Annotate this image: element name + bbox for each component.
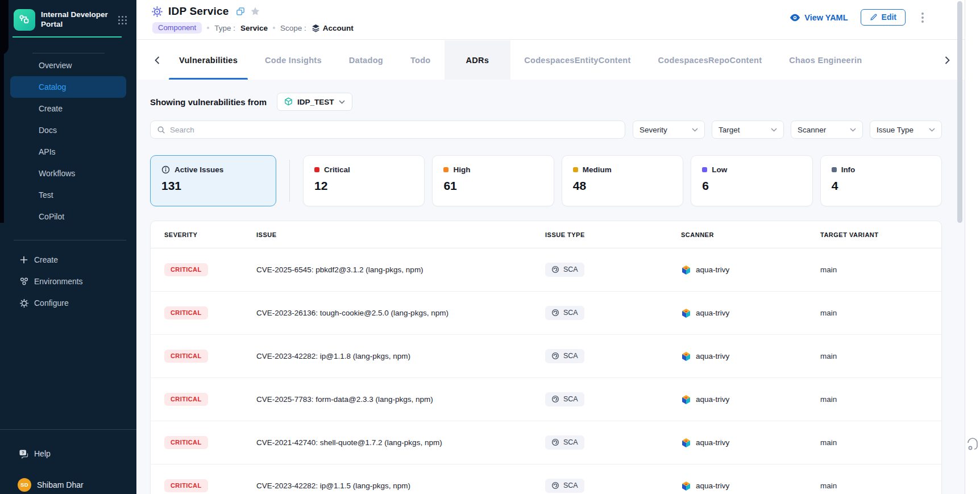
issue-type-badge: SCA [545,435,584,450]
tab-codespaces-entity-content[interactable]: CodespacesEntityContent [510,40,644,80]
type-field: Type : [214,24,235,32]
cube-icon [284,97,293,106]
showing-label: Showing vulnerabilities from [150,97,267,107]
col-target-variant: TARGET VARIANT [820,231,928,238]
sca-icon [551,352,559,360]
workflow-logo-icon [18,14,31,26]
table-row[interactable]: CRITICAL CVE-2023-42282: ip@1.1.8 (lang-… [151,335,941,378]
trivy-icon [681,351,691,362]
info-dot [832,167,837,172]
vulnerabilities-table: SEVERITY ISSUE ISSUE TYPE SCANNER TARGET… [150,221,942,494]
scanner-cell: aqua-trivy [681,265,820,275]
filter-scanner[interactable]: Scanner [791,121,863,139]
filter-target[interactable]: Target [712,121,784,139]
stat-value: 4 [832,179,931,193]
search-input[interactable] [170,126,618,134]
tab-codespaces-repo-content[interactable]: CodespacesRepoContent [645,40,776,80]
table-row[interactable]: CRITICAL CVE-2025-7783: form-data@2.3.3 … [151,378,941,421]
issue-type-badge: SCA [545,392,584,406]
stat-card-active-issues[interactable]: Active Issues 131 [150,155,276,206]
sidebar-environments-button[interactable]: Environments [0,271,136,292]
user-menu[interactable]: SD Shibam Dhar [0,475,136,494]
sidebar-item-docs[interactable]: Docs [10,119,126,141]
sidebar-item-apis[interactable]: APIs [10,141,126,163]
app-switcher-icon[interactable] [117,14,128,26]
tab-code-insights[interactable]: Code Insights [251,40,335,80]
tabs-scroll-left-icon[interactable] [149,53,165,68]
type-value: Service [240,24,268,32]
stat-card-medium[interactable]: Medium 48 [562,155,683,206]
sidebar-create-button[interactable]: Create [0,249,136,271]
target-variant-cell: main [820,481,928,490]
critical-dot [314,167,319,172]
chevron-down-icon [339,100,345,104]
scanner-cell: aqua-trivy [681,481,820,491]
col-severity: SEVERITY [164,231,256,238]
target-variant-cell: main [820,438,928,447]
table-row[interactable]: CRITICAL CVE-2025-6545: pbkdf2@3.1.2 (la… [151,248,941,292]
svg-text:?: ? [22,450,24,455]
filter-issue-type[interactable]: Issue Type [870,121,942,139]
tab-chaos-engineering[interactable]: Chaos Engineerin [775,40,875,80]
support-widget-icon[interactable] [966,438,979,451]
project-select[interactable]: IDP_TEST [277,93,352,111]
trivy-icon [681,481,691,491]
stat-card-info[interactable]: Info 4 [820,155,942,206]
sca-icon [551,438,559,446]
sca-icon [551,481,559,489]
more-options-icon[interactable] [918,10,927,25]
sidebar-divider-mid [14,240,126,240]
stat-label: Active Issues [175,165,223,174]
stat-value: 6 [702,179,801,193]
sidebar-item-create[interactable]: Create [10,98,126,119]
portal-logo[interactable] [14,9,35,31]
sca-icon [551,265,559,273]
tab-todo[interactable]: Todo [397,40,445,80]
sidebar-configure-button[interactable]: Configure [0,292,136,314]
portal-title: Internal Developer Portal [41,10,108,30]
search-icon [157,126,165,134]
help-chat-icon: ? [19,449,29,459]
target-variant-cell: main [820,265,928,274]
edit-button[interactable]: Edit [861,9,906,26]
logo-underline [13,36,122,38]
severity-badge: CRITICAL [164,263,208,276]
stat-card-high[interactable]: High 61 [432,155,554,206]
eye-icon [790,14,800,22]
stat-label: Low [712,165,727,174]
sidebar-item-workflows[interactable]: Workflows [10,163,126,184]
tab-vulnerabilities[interactable]: Vulnerabilities [165,40,251,80]
favorite-star-icon[interactable] [250,6,260,16]
tabs-scroll-right-icon[interactable] [939,53,956,68]
help-button[interactable]: ? Help [0,443,136,464]
table-row[interactable]: CRITICAL CVE-2023-42282: ip@1.1.5 (lang-… [151,464,941,494]
view-yaml-button[interactable]: View YAML [790,13,848,22]
scanner-cell: aqua-trivy [681,395,820,405]
vertical-scrollbar[interactable] [957,1,962,223]
dot-separator [273,27,275,29]
low-dot [702,167,707,172]
stat-label: Critical [324,165,350,174]
search-container [150,121,625,139]
sidebar-item-test[interactable]: Test [10,184,126,206]
table-row[interactable]: CRITICAL CVE-2023-26136: tough-cookie@2.… [151,292,941,335]
copy-icon[interactable] [236,7,245,16]
sidebar-item-copilot[interactable]: CoPilot [10,206,126,227]
stat-label: High [453,165,470,174]
table-row[interactable]: CRITICAL CVE-2021-42740: shell-quote@1.7… [151,421,941,464]
trivy-icon [681,308,691,318]
stat-card-low[interactable]: Low 6 [691,155,812,206]
tab-adrs[interactable]: ADRs [445,40,511,80]
stat-card-critical[interactable]: Critical 12 [303,155,425,206]
tab-datadog[interactable]: Datadog [335,40,397,80]
scanner-cell: aqua-trivy [681,438,820,448]
issue-type-badge: SCA [545,263,584,277]
sidebar-item-overview[interactable]: Overview [10,55,126,76]
stat-label: Medium [583,165,612,174]
filter-severity[interactable]: Severity [633,121,705,139]
environments-icon [19,277,29,286]
severity-badge: CRITICAL [164,436,208,449]
chevron-down-icon [850,128,856,132]
sidebar-item-catalog[interactable]: Catalog [10,76,126,98]
target-variant-cell: main [820,352,928,360]
